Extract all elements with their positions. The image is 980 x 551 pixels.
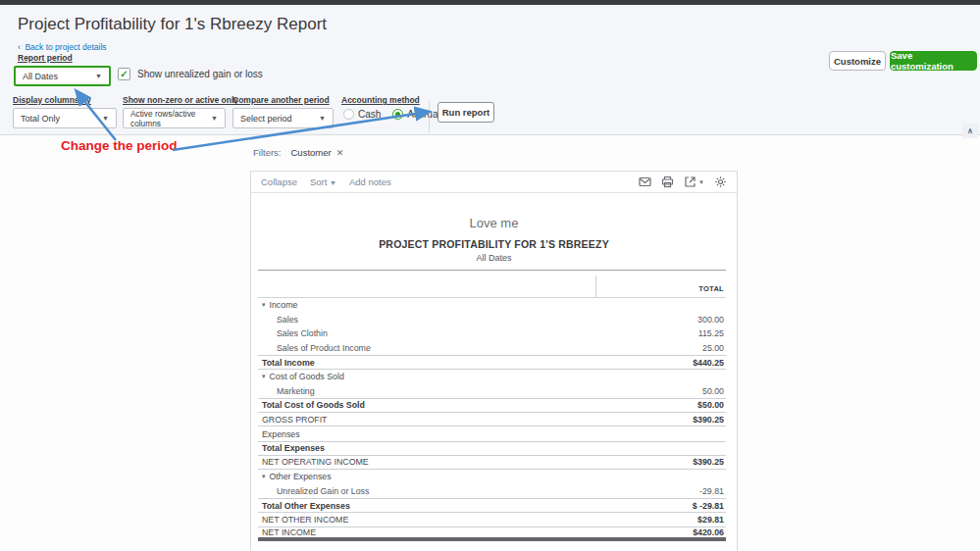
chevron-down-icon: ▼ [330,179,336,186]
print-icon[interactable] [661,175,674,188]
accounting-method-label: Accounting method [341,95,420,105]
page-title: Project Profitability for 1's Rbreezy Re… [18,15,327,34]
row-value: 115.25 [595,328,726,338]
row-label: Unrealized Gain or Loss [258,486,595,496]
table-rows: ▾IncomeSales300.00Sales Clothin115.25Sal… [258,298,726,541]
row-label: Sales Clothin [258,328,595,338]
back-to-project-link[interactable]: ‹ Back to project details [18,42,107,52]
table-row: Sales300.00 [258,313,726,327]
row-value: $420.06 [595,527,726,537]
nonzero-dropdown[interactable]: Active rows/active columns ▼ [123,108,226,128]
table-row: GROSS PROFIT$390.25 [258,413,726,427]
collapse-link[interactable]: Collapse [261,176,297,187]
accounting-radio-accrual[interactable] [392,109,403,120]
collapse-filterbar-chevron[interactable]: ∧ [962,124,978,138]
settings-gear-icon[interactable] [714,175,727,188]
total-column-header: TOTAL [595,276,726,297]
table-row: Total Other Expenses$ -29.81 [258,498,726,513]
toolbar-icons: ▼ [639,175,727,188]
table-row: Sales of Product Income25.00 [258,341,726,356]
accounting-method-radios: CashAccrual [343,109,452,120]
applied-filters-row: Filters: Customer ✕ [253,147,343,158]
collapse-triangle-icon[interactable]: ▾ [262,301,266,309]
row-label: NET OPERATING INCOME [258,457,595,467]
run-report-button[interactable]: Run report [438,102,494,123]
table-header: TOTAL [258,270,726,298]
row-value: $390.25 [595,457,726,467]
save-customization-button[interactable]: Save customization [890,51,977,71]
table-row: Total Expenses [258,441,726,456]
table-row: Total Cost of Goods Sold$50.00 [258,398,726,413]
show-unrealized-checkbox[interactable]: ✓ [118,68,130,80]
compare-period-label: Compare another period [232,95,330,105]
row-value: $390.25 [595,415,726,425]
nonzero-value: Active rows/active columns [130,109,211,128]
row-label: Sales [258,315,595,325]
filter-chip-label: Customer [291,147,332,158]
display-columns-dropdown[interactable]: Total Only ▼ [13,108,117,128]
row-label[interactable]: ▾Income [258,300,595,310]
collapse-triangle-icon[interactable]: ▾ [262,473,266,480]
filter-chip-customer[interactable]: Customer ✕ [291,147,344,158]
email-icon[interactable] [639,175,651,188]
row-label: Expenses [258,429,595,439]
table-row: Sales Clothin115.25 [258,326,726,341]
report-period-value: All Dates [23,72,58,81]
row-value: -29.81 [595,486,726,496]
report-panel: Collapse Sort ▼ Add notes ▼ Love me PROJ… [250,171,738,551]
add-notes-link[interactable]: Add notes [349,176,391,187]
table-row: ▾Other Expenses [258,470,726,484]
row-label: Sales of Product Income [258,343,595,353]
remove-filter-icon[interactable]: ✕ [336,148,344,158]
row-label: GROSS PROFIT [258,415,595,425]
collapse-triangle-icon[interactable]: ▾ [262,373,266,380]
row-label: Total Other Expenses [258,501,595,511]
display-columns-label: Display columns by [13,95,91,105]
display-columns-value: Total Only [21,114,60,124]
report-period-label: Report period [18,53,73,63]
row-value: $ -29.81 [595,501,726,511]
compare-period-value: Select period [240,114,292,124]
row-value: $29.81 [595,515,726,525]
report-filter-section: Project Profitability for 1's Rbreezy Re… [0,5,980,135]
row-value: $440.25 [595,358,726,368]
report-period-subtitle: All Dates [251,253,737,263]
row-value: 50.00 [595,386,726,396]
chevron-down-icon: ▼ [211,115,218,122]
row-value: 300.00 [595,315,726,325]
customize-button[interactable]: Customize [829,51,886,71]
account-column-header [258,276,595,297]
row-label[interactable]: ▾Cost of Goods Sold [258,372,595,381]
show-unrealized-row: ✓ Show unrealized gain or loss [118,68,263,80]
row-value: $50.00 [595,400,726,410]
table-row: Total Income$440.25 [258,355,726,370]
table-row: Marketing50.00 [258,384,726,399]
table-row: ▾Cost of Goods Sold [258,370,726,384]
nonzero-label: Show non-zero or active only [123,95,238,105]
accounting-radio-label: Cash [358,109,381,120]
compare-period-dropdown[interactable]: Select period ▼ [232,108,334,128]
export-icon[interactable]: ▼ [684,175,704,188]
accounting-radio-cash[interactable] [343,109,354,120]
row-label[interactable]: ▾Other Expenses [258,472,595,481]
accounting-radio-label: Accrual [407,109,439,120]
row-label: NET OTHER INCOME [258,515,595,525]
report-title: PROJECT PROFITABILITY FOR 1'S RBREEZY [251,239,737,250]
vertical-divider [429,101,430,132]
row-label: Marketing [258,386,595,396]
table-row: NET INCOME$420.06 [258,527,726,542]
row-label: Total Expenses [258,443,595,453]
chevron-down-icon: ▼ [102,115,109,122]
table-row: ▾Income [258,298,726,313]
report-period-dropdown[interactable]: All Dates ▼ [14,66,111,86]
chevron-left-icon: ‹ [18,42,21,52]
row-label: Total Cost of Goods Sold [258,400,595,410]
annotation-change-period: Change the period [61,138,178,153]
table-row: NET OPERATING INCOME$390.25 [258,456,726,471]
sort-dropdown[interactable]: Sort ▼ [310,176,336,187]
table-row: Expenses [258,426,726,441]
chevron-down-icon: ▼ [319,115,326,122]
table-row: Unrealized Gain or Loss-29.81 [258,484,726,499]
report-table: TOTAL ▾IncomeSales300.00Sales Clothin115… [258,270,726,541]
chevron-down-icon: ▼ [698,179,704,185]
